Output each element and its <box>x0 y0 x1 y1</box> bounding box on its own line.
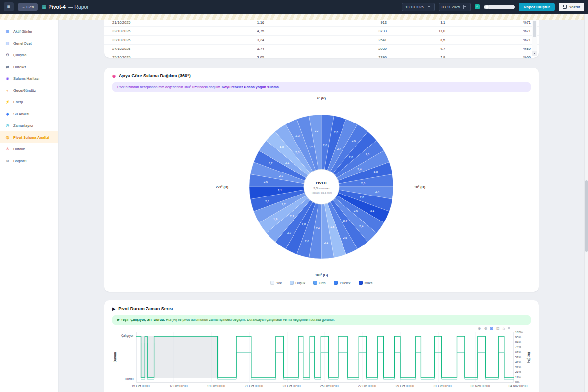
play-icon: ▶ <box>117 318 120 321</box>
sector-value-label: 2,6 <box>264 180 268 183</box>
sidebar-item-ba-lant[interactable]: ∞Bağlantı <box>0 155 58 167</box>
sector-value-label: 3,1 <box>370 209 375 212</box>
timeseries-svg[interactable] <box>136 332 514 383</box>
menu-icon[interactable]: ≡ <box>508 326 510 331</box>
sidebar-item-zamanlay-c[interactable]: ◷Zamanlayıcı <box>0 120 58 131</box>
legend-label: Orta <box>319 281 326 285</box>
sector-value-label: 2,8 <box>334 131 339 134</box>
cell-date: 25/10/2025 <box>112 55 186 58</box>
sector-value-label: 2,7 <box>343 220 348 222</box>
menu-button[interactable]: ≡ <box>4 2 14 11</box>
play-icon: ▶ <box>112 307 115 311</box>
sidebar-item-pivot-sulama-analizi[interactable]: ◎Pivot Sulama Analizi <box>0 131 58 143</box>
cell-percent: %71 <box>445 29 531 33</box>
x-axis-tick: 31 Oct 00:00 <box>433 384 451 388</box>
x-axis-tick: 17 Oct 00:00 <box>169 384 187 388</box>
polar-axis-north: 0° (K) <box>317 97 326 100</box>
sidebar-item-label: Aktif Günler <box>13 29 32 34</box>
legend-label: Düşük <box>295 281 305 285</box>
polar-chart[interactable]: 2,62,82,42,62,82,62,42,82,62,42,83,12,62… <box>238 103 405 270</box>
table-scrollbar-thumb[interactable] <box>533 21 536 37</box>
zoom-in-icon[interactable]: ⊕ <box>478 326 481 331</box>
legend-swatch <box>334 281 338 285</box>
window-scrollbar[interactable] <box>584 14 588 392</box>
sidebar-item-aktif-g-nler[interactable]: ▦Aktif Günler <box>0 25 58 37</box>
sector-value-label: 2,4 <box>309 145 313 148</box>
flower-icon: ◉ <box>112 74 116 78</box>
sidebar-item-genel-zet[interactable]: ▤Genel Özet <box>0 37 58 49</box>
cell-value: 3,74 <box>186 47 264 51</box>
zoom-box-icon[interactable]: ⊞ <box>490 326 493 331</box>
y-axis-label-running: Çalışıyor <box>121 334 134 337</box>
cell-value: 2396 <box>264 55 387 58</box>
cell-value: 9,7 <box>387 47 445 51</box>
right-axis-tick: 32% <box>515 366 523 368</box>
cell-value: 7,9 <box>387 55 445 58</box>
zoom-out-icon[interactable]: ⊖ <box>484 326 487 331</box>
table-scroll-down-button[interactable]: ▼ <box>532 51 537 56</box>
table-scrollbar[interactable]: ▼ <box>532 20 537 56</box>
right-axis-ticks: 105%95%84%74%63%53%42%32%21%11%0% <box>515 331 523 384</box>
range-slider[interactable] <box>484 5 515 9</box>
sector-value-label: 1,8 <box>330 226 335 229</box>
pan-icon[interactable]: ⊡ <box>496 326 500 331</box>
clock-icon: ◷ <box>5 123 10 128</box>
sector-value-label: 2,6 <box>352 140 356 143</box>
slider-knob[interactable] <box>485 5 489 9</box>
sidebar: ▦Aktif Günler▤Genel Özet⚙Çalışma⇄Hareket… <box>0 20 59 392</box>
cell-value: 913 <box>264 20 387 24</box>
legend-item: Maks <box>359 281 373 285</box>
option-checkbox[interactable]: ✓ <box>475 4 480 9</box>
cell-date: 23/10/2025 <box>112 38 186 42</box>
hamburger-icon: ≡ <box>7 4 10 9</box>
cell-percent: %71 <box>445 20 531 24</box>
polar-card-header: ◉ Açıya Göre Sulama Dağılımı (360°) <box>112 74 531 78</box>
timeseries-chart-area: ⊕⊖⊞⊡⌂≡ Durum Çalışıyor Durdu 105%95%84%7… <box>112 332 531 383</box>
x-axis-tick: 19 Oct 00:00 <box>207 384 225 388</box>
right-axis-tick: 63% <box>515 351 523 354</box>
target-icon: ◎ <box>5 135 10 140</box>
cell-percent: %66 <box>445 55 531 58</box>
sidebar-item-hatalar[interactable]: ⚠Hatalar <box>0 143 58 155</box>
sector-value-label: 2,1 <box>285 162 290 165</box>
cell-value: 2939 <box>264 47 387 51</box>
sidebar-item-gece-g-nd-z[interactable]: ◐Gece/Gündüz <box>0 84 58 96</box>
sidebar-item-su-analizi[interactable]: ◆Su Analizi <box>0 108 58 120</box>
calendar-icon[interactable] <box>463 5 467 9</box>
back-button[interactable]: ← Geri <box>18 3 38 11</box>
x-axis-tick: 27 Oct 00:00 <box>358 384 376 388</box>
table-row[interactable]: 23/10/20253,2425418,5%71 <box>104 35 539 44</box>
link-icon: ∞ <box>5 159 10 163</box>
legend-item: Yok <box>270 281 282 285</box>
table-row[interactable]: 25/10/20253,0523967,9%66 <box>104 53 539 58</box>
sidebar-item-enerji[interactable]: ⚡Enerji <box>0 96 58 108</box>
table-row[interactable]: 24/10/20253,7429399,7%59 <box>104 44 539 53</box>
sidebar-item-label: Gece/Gündüz <box>13 88 36 93</box>
table-row[interactable]: 22/10/20254,75373313,0%71 <box>104 26 539 35</box>
timeseries-plot[interactable] <box>136 332 514 383</box>
sector-value-label: 2,6 <box>305 240 309 243</box>
cell-percent: %59 <box>445 47 531 51</box>
window-scrollbar-thumb[interactable] <box>585 180 588 252</box>
x-axis-tick: 02 Nov 00:00 <box>471 384 490 388</box>
sector-value-label: 2,6 <box>366 153 370 156</box>
sidebar-item-sulama-haritas[interactable]: ◉Sulama Haritası <box>0 73 58 84</box>
sector-value-label: 2,2 <box>282 203 286 206</box>
print-button[interactable]: Yazdır <box>559 3 584 11</box>
right-axis-tick: 95% <box>515 336 523 339</box>
polar-center-title: PIVOT <box>316 181 327 185</box>
document-icon: ▤ <box>5 41 10 46</box>
sidebar-item-al-ma[interactable]: ⚙Çalışma <box>0 49 58 61</box>
table-row[interactable]: 21/10/20251,169133,1%71 <box>104 20 539 26</box>
sidebar-item-hareket[interactable]: ⇄Hareket <box>0 61 58 73</box>
date-to-input[interactable]: 03.11.2025 <box>439 3 471 11</box>
date-from-input[interactable]: 13.10.2025 <box>402 3 435 11</box>
sector-value-label: 2,7 <box>287 231 292 234</box>
polar-axis-east: 90° (D) <box>415 185 425 189</box>
home-icon[interactable]: ⌂ <box>502 326 505 331</box>
calendar-icon[interactable] <box>427 5 431 9</box>
date-from-value: 13.10.2025 <box>405 5 424 9</box>
generate-report-button[interactable]: Rapor Oluştur <box>519 3 555 11</box>
main-content: 21/10/20251,169133,1%7122/10/20254,75373… <box>59 20 584 392</box>
legend-swatch <box>270 281 274 285</box>
